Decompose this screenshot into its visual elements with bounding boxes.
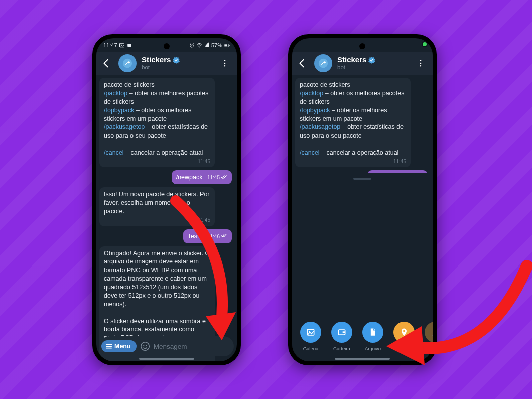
message-time: 11:45 — [104, 217, 210, 224]
status-battery-pct: 57% — [211, 42, 222, 48]
more-options-button[interactable] — [414, 56, 428, 70]
wallet-icon — [337, 327, 347, 337]
svg-point-15 — [146, 345, 147, 346]
verified-icon — [173, 57, 180, 64]
message-text: /newpack — [176, 174, 203, 181]
read-checks-icon — [221, 232, 227, 241]
menu-bars-icon — [105, 343, 112, 350]
command-link[interactable]: /topbypack — [104, 107, 134, 114]
phone-screen-left: 11:47 57% — [96, 38, 237, 361]
dots-vertical-icon — [416, 59, 425, 68]
status-time: 11:47 — [103, 42, 117, 48]
attach-file-label: Arquivo — [365, 346, 381, 351]
svg-point-10 — [224, 60, 226, 61]
svg-point-8 — [123, 59, 132, 68]
svg-point-11 — [224, 63, 226, 64]
attachment-options-row: Galeria Carteira Arquivo — [292, 322, 433, 351]
status-notif-icon — [126, 42, 132, 48]
message-time: 11:45 — [104, 158, 210, 165]
svg-rect-7 — [229, 45, 229, 46]
phone-frame-right: Stickers bot pacote de stickers /packtop… — [288, 34, 437, 365]
attachment-panel[interactable]: Galeria Carteira Arquivo — [292, 173, 433, 361]
emoji-button[interactable] — [140, 339, 151, 353]
back-button[interactable] — [99, 56, 113, 70]
bot-menu-button[interactable]: Menu — [101, 340, 137, 352]
message-input[interactable] — [154, 343, 237, 350]
command-link[interactable]: /packusagetop — [300, 123, 340, 130]
location-icon — [399, 327, 409, 337]
message-incoming[interactable]: pacote de stickers /packtop – obter os m… — [295, 78, 411, 167]
command-link[interactable]: /packtop — [300, 90, 323, 97]
status-alarm-icon — [189, 42, 195, 48]
sticker-bot-icon — [122, 58, 133, 69]
command-link[interactable]: /cancel — [104, 149, 124, 156]
chat-avatar[interactable] — [314, 54, 332, 72]
attach-location-button[interactable]: Local... — [393, 322, 415, 351]
nav-bar-indicator — [335, 358, 390, 360]
svg-point-20 — [420, 63, 422, 64]
message-outgoing[interactable]: Teste 11:46 — [183, 229, 232, 243]
privacy-indicator-icon — [422, 41, 428, 47]
message-text: pacote de stickers /packtop – obter os m… — [104, 81, 210, 157]
camera-hole — [164, 43, 170, 49]
svg-point-14 — [143, 345, 144, 346]
attach-wallet-label: Carteira — [333, 346, 350, 351]
attach-contact-button[interactable]: Enc... — [425, 322, 433, 351]
back-button[interactable] — [295, 56, 309, 70]
chat-avatar[interactable] — [118, 54, 137, 72]
svg-point-26 — [403, 330, 405, 332]
attach-location-label: Local... — [396, 346, 412, 351]
panel-drag-handle[interactable] — [353, 178, 371, 180]
chat-subtitle: bot — [142, 64, 213, 71]
attach-gallery-button[interactable]: Galeria — [300, 322, 321, 351]
camera-hole — [359, 43, 365, 49]
command-link[interactable]: /cancel — [300, 149, 320, 156]
emoji-icon — [140, 341, 151, 352]
chat-title-block[interactable]: Stickers bot — [142, 56, 213, 70]
attach-wallet-button[interactable]: Carteira — [331, 322, 352, 351]
chat-title: Stickers — [337, 56, 366, 64]
svg-point-18 — [324, 61, 326, 63]
svg-point-17 — [319, 59, 328, 68]
command-link[interactable]: /packusagetop — [104, 123, 145, 130]
contact-icon — [430, 327, 433, 337]
bot-menu-label: Menu — [114, 343, 131, 350]
message-text: pacote de stickers /packtop – obter os m… — [300, 81, 406, 157]
message-text: Isso! Um novo pacote de stickers. Por fa… — [104, 190, 210, 216]
command-link[interactable]: /packtop — [104, 90, 127, 97]
attach-contact-label: Enc... — [429, 346, 433, 351]
message-time: 11:46 — [207, 232, 227, 241]
phone-screen-right: Stickers bot pacote de stickers /packtop… — [292, 38, 433, 361]
svg-point-21 — [420, 65, 422, 67]
message-list[interactable]: pacote de stickers /packtop – obter os m… — [96, 75, 237, 361]
message-incoming[interactable]: Isso! Um novo pacote de stickers. Por fa… — [99, 187, 215, 226]
message-input-bar: Menu — [99, 336, 234, 356]
message-time: 11:45 — [207, 174, 227, 182]
status-image-icon — [119, 42, 125, 48]
svg-rect-25 — [343, 331, 345, 333]
chat-title: Stickers — [142, 56, 171, 64]
background-pattern — [0, 0, 532, 399]
svg-point-13 — [141, 342, 149, 351]
command-link[interactable]: /topbypack — [300, 107, 330, 114]
chat-title-block[interactable]: Stickers bot — [337, 56, 409, 70]
phone-frame-left: 11:47 57% — [92, 34, 241, 365]
message-time: 11:45 — [300, 158, 406, 165]
svg-point-19 — [420, 60, 422, 61]
status-wifi-icon — [196, 42, 202, 48]
message-list[interactable]: pacote de stickers /packtop – obter os m… — [292, 75, 433, 188]
gallery-icon — [306, 327, 316, 337]
attach-gallery-label: Galeria — [303, 346, 319, 351]
read-checks-icon — [221, 174, 227, 182]
chat-header: Stickers bot — [292, 52, 433, 75]
nav-bar-indicator — [139, 358, 194, 360]
status-battery-icon — [224, 42, 230, 48]
sticker-bot-icon — [318, 58, 329, 69]
svg-point-9 — [128, 61, 130, 63]
message-outgoing[interactable]: /newpack 11:45 — [172, 170, 232, 184]
svg-point-4 — [199, 47, 200, 48]
message-incoming[interactable]: pacote de stickers /packtop – obter os m… — [99, 78, 215, 167]
svg-point-12 — [224, 65, 226, 67]
more-options-button[interactable] — [218, 56, 232, 70]
attach-file-button[interactable]: Arquivo — [362, 322, 383, 351]
